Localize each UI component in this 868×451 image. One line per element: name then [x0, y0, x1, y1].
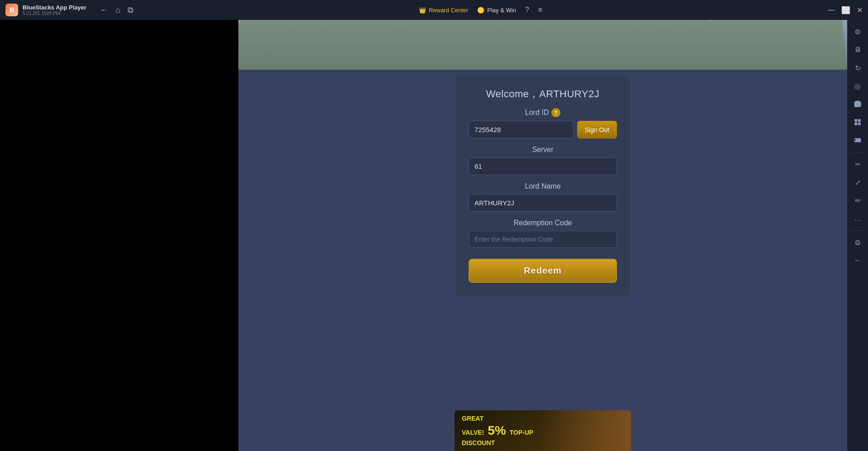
- title-bar-right: — ⬜ ✕: [828, 6, 863, 14]
- main-area: Welcome，ARTHURY2J Lord ID ? Sign Out Ser…: [0, 20, 868, 451]
- sidebar-divider-1: [851, 152, 864, 152]
- app-title: BlueStacks App Player: [23, 4, 86, 11]
- sidebar-icon-back[interactable]: ←: [849, 252, 866, 269]
- redemption-code-label-text: Redemption Code: [514, 219, 572, 227]
- coin-icon: 🟡: [477, 7, 484, 14]
- sidebar-icon-screenshot[interactable]: ✂: [849, 156, 866, 172]
- lord-id-label: Lord ID ?: [469, 108, 617, 117]
- sidebar-icon-resize[interactable]: ⤢: [849, 174, 866, 190]
- sidebar-icon-settings[interactable]: ⚙: [849, 24, 866, 40]
- title-bar: B BlueStacks App Player 5.21.201.1029 P6…: [0, 0, 868, 20]
- lord-id-row: Sign Out: [469, 121, 617, 138]
- svg-rect-5: [858, 119, 861, 122]
- server-input[interactable]: [469, 157, 617, 175]
- home-nav-icon[interactable]: ⌂: [115, 5, 120, 15]
- crown-icon: 👑: [419, 7, 426, 14]
- redemption-code-label: Redemption Code: [469, 219, 617, 227]
- reward-center-button[interactable]: 👑 Reward Center: [419, 7, 468, 14]
- redemption-code-input[interactable]: [469, 231, 617, 248]
- multi-nav-icon[interactable]: ⧉: [128, 5, 133, 15]
- menu-button[interactable]: ≡: [538, 6, 542, 14]
- server-label: Server: [469, 146, 617, 154]
- dialog: Welcome，ARTHURY2J Lord ID ? Sign Out Ser…: [455, 74, 631, 297]
- app-version: 5.21.201.1029 P64: [23, 11, 86, 16]
- svg-rect-6: [854, 123, 857, 125]
- reward-center-label: Reward Center: [429, 7, 468, 14]
- lord-name-label: Lord Name: [469, 182, 617, 190]
- sidebar-icon-gear[interactable]: ⚙: [849, 234, 866, 251]
- svg-rect-7: [858, 123, 861, 125]
- right-sidebar: ⚙ 🖥 ↻ ◎ ✂ ⤢ ✏ … ⚙ ←: [847, 20, 868, 451]
- lord-id-input[interactable]: [469, 121, 574, 138]
- sidebar-icon-apk[interactable]: [849, 114, 866, 130]
- sidebar-icon-more[interactable]: …: [849, 210, 866, 227]
- banner-discount: DISCOUNT: [462, 439, 495, 446]
- app-logo: B: [5, 4, 18, 16]
- play-win-label: Play & Win: [487, 7, 516, 14]
- app-info: BlueStacks App Player 5.21.201.1029 P64: [23, 4, 86, 16]
- server-label-text: Server: [532, 146, 553, 154]
- sidebar-icon-display[interactable]: 🖥: [849, 42, 866, 58]
- banner-background: [541, 410, 631, 451]
- title-bar-nav: ← ⌂ ⧉: [100, 5, 133, 15]
- silhouette-svg: [238, 20, 847, 70]
- redeem-button[interactable]: Redeem: [469, 259, 617, 283]
- lord-name-input[interactable]: [469, 194, 617, 212]
- sidebar-icon-edit[interactable]: ✏: [849, 192, 866, 209]
- lord-name-label-text: Lord Name: [525, 182, 560, 190]
- svg-rect-4: [854, 119, 857, 122]
- banner[interactable]: GREAT VALVE! 5% TOP-UP DISCOUNT: [455, 410, 631, 451]
- sign-out-button[interactable]: Sign Out: [577, 121, 617, 138]
- sidebar-icon-location[interactable]: ◎: [849, 78, 866, 94]
- center-area: Welcome，ARTHURY2J Lord ID ? Sign Out Ser…: [238, 20, 847, 451]
- banner-topup: TOP-UP: [510, 429, 534, 436]
- banner-valve: VALVE!: [462, 429, 484, 436]
- sidebar-divider-2: [851, 230, 864, 231]
- background-top: [238, 20, 847, 70]
- sidebar-icon-camera[interactable]: [849, 96, 866, 112]
- maximize-button[interactable]: ⬜: [841, 6, 850, 14]
- left-area: [0, 20, 238, 451]
- sidebar-icon-rotate[interactable]: ↻: [849, 60, 866, 76]
- banner-great: GREAT: [462, 415, 484, 422]
- dialog-title: Welcome，ARTHURY2J: [469, 87, 617, 101]
- banner-percent: 5%: [488, 423, 506, 437]
- back-nav-icon[interactable]: ←: [100, 5, 108, 15]
- banner-text: GREAT VALVE! 5% TOP-UP DISCOUNT: [462, 414, 533, 447]
- close-button[interactable]: ✕: [857, 6, 863, 14]
- play-win-button[interactable]: 🟡 Play & Win: [477, 7, 516, 14]
- lord-id-label-text: Lord ID: [525, 109, 549, 117]
- minimize-button[interactable]: —: [828, 6, 835, 14]
- lord-id-help-icon[interactable]: ?: [551, 108, 560, 117]
- title-bar-left: B BlueStacks App Player 5.21.201.1029 P6…: [5, 4, 133, 16]
- help-button[interactable]: ?: [525, 6, 529, 14]
- sidebar-icon-gamepad[interactable]: [849, 132, 866, 148]
- title-bar-center: 👑 Reward Center 🟡 Play & Win ? ≡: [419, 6, 542, 14]
